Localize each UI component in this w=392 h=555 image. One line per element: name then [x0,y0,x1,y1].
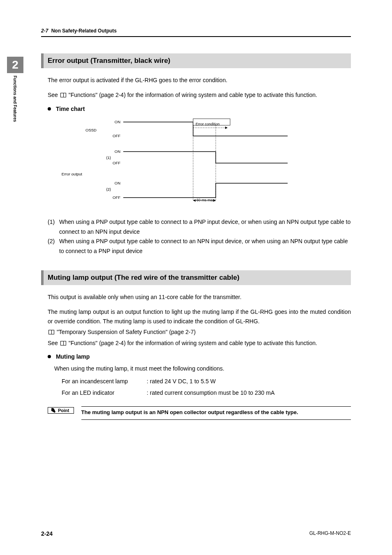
point-badge: Point [48,407,74,414]
book-icon [48,330,54,334]
muting-desc-1: This output is available only when using… [48,292,351,302]
text: See [48,92,58,98]
running-head: 2-7 Non Safety-Related Outputs [41,28,351,34]
chart-variant-1: (1) [99,155,111,160]
muting-ref-2: See "Functions" (page 2-4) for the infor… [48,339,351,348]
note-tag: (1) [48,217,59,237]
spec-label: For an LED indicator [62,388,146,398]
bullet-icon [48,107,51,111]
spec-row: For an incandescent lamp : rated 24 V DC… [62,376,274,387]
note-text: When using a PNP output type cable to co… [59,237,351,256]
chart-on: ON [109,120,120,124]
chapter-number: 2 [7,57,23,73]
chart-label-ossd: OSSD [58,128,97,132]
point-text: The muting lamp output is an NPN open co… [81,407,351,419]
page-number: 2-24 [41,530,53,537]
svg-marker-4 [225,127,228,129]
chart-off: OFF [109,134,120,138]
point-label: Point [58,408,69,413]
spec-value: : rated 24 V DC, 1 to 5.5 W [147,376,274,387]
chart-note-2: (2) When using a PNP output type cable t… [48,237,351,256]
book-icon [60,93,66,97]
note-tag: (2) [48,237,59,256]
chart-variant-2: (2) [99,187,111,191]
chart-note-1: (1) When using a PNP output type cable t… [48,217,351,237]
heading-error-output: Error output (Transmitter, black wire) [41,53,351,68]
svg-marker-6 [193,199,196,202]
text: "Temporary Suspension of Safety Function… [57,329,196,335]
subheading-text: Muting lamp [56,353,90,360]
point-callout: Point The muting lamp output is an NPN o… [48,406,351,420]
chart-annotation-delay: 60 ms max. [196,198,216,202]
spec-row: For an LED indicator : rated current con… [62,388,274,398]
text: "Functions" (page 2-4) for the informati… [69,340,317,346]
point-rule-bottom [81,419,351,420]
pen-icon [51,408,55,413]
section-title: Non Safety-Related Outputs [51,28,117,34]
book-icon [60,341,66,345]
bullet-icon [48,355,51,358]
heading-muting-lamp-output: Muting lamp output (The red wire of the … [41,270,351,285]
chart-annotation-error: Error condition [196,122,220,126]
timing-chart: OSSD Error output (1) (2) ON OFF ON OFF … [58,116,316,207]
muting-conditions-intro: When using the muting lamp, it must meet… [54,364,351,373]
chapter-side-tab: 2 Functions and Features [7,57,23,122]
header-rule [41,36,351,37]
chart-notes: (1) When using a PNP output type cable t… [48,217,351,256]
chapter-label: Functions and Features [7,73,17,122]
text: See [48,340,58,346]
note-text: When using a PNP output type cable to co… [59,217,351,237]
error-output-desc-2: See "Functions" (page 2-4) for the infor… [48,90,351,99]
muting-ref-1: "Temporary Suspension of Safety Function… [48,327,351,336]
text: "Functions" (page 2-4) for the informati… [69,92,317,98]
timing-chart-svg [123,116,300,205]
subheading-time-chart: Time chart [48,106,351,112]
spec-label: For an incandescent lamp [62,376,146,387]
chart-on: ON [109,181,120,185]
muting-lamp-specs: For an incandescent lamp : rated 24 V DC… [61,375,275,398]
subheading-text: Time chart [56,106,85,112]
chart-off: OFF [109,195,120,200]
chart-on: ON [109,149,120,154]
doc-id: GL-RHG-M-NO2-E [309,530,351,537]
spec-value: : rated current consumption must be 10 t… [147,388,274,398]
subheading-muting-lamp: Muting lamp [48,353,351,360]
error-output-desc-1: The error output is activated if the GL-… [48,76,351,85]
chart-label-error-output: Error output [58,172,82,176]
chart-off: OFF [109,161,120,165]
muting-desc-2: The muting lamp output is an output func… [48,307,351,326]
page-footer: 2-24 GL-RHG-M-NO2-E [41,530,351,537]
section-number: 2-7 [41,28,48,34]
